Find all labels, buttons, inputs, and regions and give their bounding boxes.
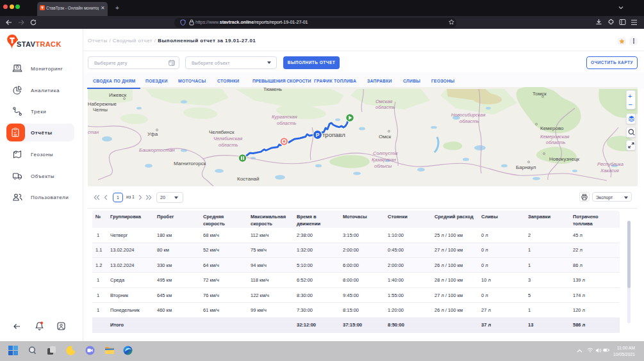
svg-text:область: область	[376, 104, 395, 110]
svg-text:Омск: Омск	[379, 134, 392, 140]
svg-text:область: область	[219, 142, 238, 148]
svg-text:P: P	[316, 132, 320, 138]
svg-text:область: область	[459, 118, 479, 124]
svg-text:Солтустік: Солтустік	[373, 150, 398, 156]
svg-text:Омская: Омская	[376, 99, 392, 104]
svg-text:Томск: Томск	[533, 91, 547, 97]
svg-text:область: область	[277, 120, 297, 126]
svg-text:область: область	[546, 140, 566, 145]
svg-text:Қазақстан: Қазақстан	[372, 157, 396, 163]
svg-text:Костанай: Костанай	[237, 176, 259, 182]
svg-text:облысы: облысы	[374, 163, 392, 169]
svg-text:тропавл: тропавл	[322, 131, 345, 138]
svg-text:Тюмень: Тюмень	[263, 87, 282, 92]
svg-text:Ижевск: Ижевск	[109, 92, 127, 98]
svg-text:Башкортостан: Башкортостан	[139, 147, 175, 153]
svg-text:Челябинская: Челябинская	[213, 136, 242, 141]
svg-text:Новосибирская: Новосибирская	[451, 112, 485, 118]
svg-text:Кемерово: Кемерово	[540, 125, 564, 131]
svg-text:Набережные: Набережные	[88, 101, 117, 107]
svg-text:Магнитогорск: Магнитогорск	[174, 161, 206, 166]
svg-text:Кемеровская: Кемеровская	[540, 134, 569, 140]
svg-text:Уфа: Уфа	[147, 131, 158, 137]
svg-text:Курганская: Курганская	[272, 114, 297, 120]
svg-text:Новокузнецк: Новокузнецк	[549, 156, 580, 162]
svg-text:стан: стан	[88, 130, 99, 134]
svg-text:Челябинск: Челябинск	[209, 129, 235, 135]
svg-text:Челны: Челны	[93, 107, 108, 113]
svg-text:Республика: Республика	[597, 161, 623, 167]
svg-text:Хакасия: Хакасия	[600, 168, 619, 173]
svg-text:Барнаул: Барнаул	[516, 164, 536, 170]
